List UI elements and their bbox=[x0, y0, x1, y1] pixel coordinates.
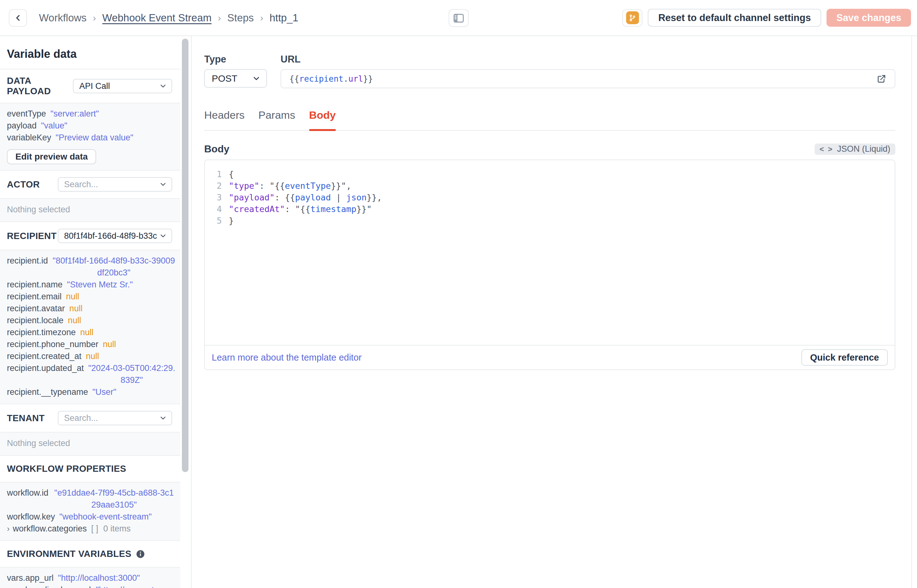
code-text: "payload": {{payload | json}}, bbox=[229, 192, 382, 203]
field-value: "https://account-assets.knock.app/42d161… bbox=[95, 584, 175, 588]
body-section-header: Body < > JSON (Liquid) bbox=[204, 143, 895, 155]
breadcrumb-item: http_1 bbox=[270, 12, 299, 24]
field-key: recipient.timezone bbox=[7, 326, 76, 338]
tab-params[interactable]: Params bbox=[258, 109, 295, 130]
learn-more-link[interactable]: Learn more about the template editor bbox=[212, 352, 362, 363]
tab-body[interactable]: Body bbox=[309, 109, 336, 130]
tenant-search-select[interactable]: Search... bbox=[58, 411, 172, 425]
field-value: null bbox=[68, 314, 81, 326]
actor-search-select[interactable]: Search... bbox=[58, 177, 172, 192]
field-row: variableKey"Preview data value" bbox=[7, 132, 175, 144]
tab-headers[interactable]: Headers bbox=[204, 109, 245, 130]
token: url bbox=[349, 74, 363, 84]
field-key: recipient.__typename bbox=[7, 386, 88, 398]
commit-changes-button[interactable] bbox=[622, 9, 643, 27]
sidebar-toggle-button[interactable] bbox=[449, 9, 469, 27]
code-text: { bbox=[229, 168, 234, 180]
recipient-row: RECIPIENT 80f1f4bf-166d-48f9-b33c bbox=[0, 222, 180, 250]
save-changes-button[interactable]: Save changes bbox=[827, 9, 911, 27]
workflow-fields: workflow.id"e91ddae4-7f99-45cb-a688-3c12… bbox=[7, 487, 175, 535]
field-value: "Steven Metz Sr." bbox=[67, 279, 133, 291]
token: recipient bbox=[299, 74, 343, 84]
quick-reference-button[interactable]: Quick reference bbox=[801, 349, 888, 366]
field-key: payload bbox=[7, 120, 37, 132]
method-select[interactable]: POST bbox=[204, 69, 267, 88]
field-key: workflow.key bbox=[7, 511, 55, 523]
workflow-properties-heading: WORKFLOW PROPERTIES bbox=[0, 456, 180, 482]
chevron-right-icon[interactable]: › bbox=[7, 523, 10, 535]
field-key: recipient.phone_number bbox=[7, 338, 98, 350]
field-value: null bbox=[80, 326, 93, 338]
back-button[interactable] bbox=[9, 9, 27, 27]
field-value: "80f1f4bf-166d-48f9-b33c-39009df20bc3" bbox=[52, 255, 175, 279]
field-row: recipient.phone_numbernull bbox=[7, 338, 175, 350]
recipient-fields: recipient.id"80f1f4bf-166d-48f9-b33c-390… bbox=[7, 255, 175, 398]
code-line: 5} bbox=[205, 215, 895, 226]
field-key: recipient.updated_at bbox=[7, 362, 84, 374]
field-value: "webhook-event-stream" bbox=[60, 511, 152, 523]
topbar-actions: Reset to default channel settings Save c… bbox=[622, 9, 911, 27]
reset-channel-settings-button[interactable]: Reset to default channel settings bbox=[648, 9, 821, 27]
tenant-row: TENANT Search... bbox=[0, 404, 180, 432]
recipient-fields-block: recipient.id"80f1f4bf-166d-48f9-b33c-390… bbox=[0, 250, 180, 404]
field-value: "User" bbox=[92, 386, 116, 398]
data-payload-select[interactable]: API Call bbox=[73, 79, 172, 93]
field-key: variableKey bbox=[7, 132, 51, 144]
breadcrumb-separator: › bbox=[260, 13, 263, 23]
code-editor[interactable]: 1{2"type": "{{eventType}}",3"payload": {… bbox=[205, 160, 895, 345]
chevron-down-icon bbox=[159, 82, 167, 90]
template-editor-card: 1{2"type": "{{eventType}}",3"payload": {… bbox=[204, 160, 895, 370]
line-number: 3 bbox=[205, 192, 229, 203]
info-icon[interactable] bbox=[136, 549, 145, 559]
field-row: recipient.emailnull bbox=[7, 291, 175, 302]
chevron-down-icon bbox=[159, 232, 167, 240]
url-input[interactable]: {{recipient.url}} bbox=[281, 69, 895, 88]
main-scroll-gutter bbox=[911, 36, 912, 588]
field-key: vars.app_url bbox=[7, 572, 54, 584]
code-text: } bbox=[229, 215, 234, 226]
field-row: recipient.id"80f1f4bf-166d-48f9-b33c-390… bbox=[7, 255, 175, 279]
data-payload-row: DATA PAYLOAD API Call bbox=[0, 69, 180, 103]
field-key: recipient.created_at bbox=[7, 350, 81, 362]
recipient-select[interactable]: 80f1f4bf-166d-48f9-b33c bbox=[58, 229, 172, 243]
field-row: vars.app_url"http://localhost:3000" bbox=[7, 572, 175, 584]
field-key: workflow.id bbox=[7, 487, 48, 499]
line-number: 2 bbox=[205, 180, 229, 192]
request-config-row: Type POST URL {{recipient.url}} bbox=[204, 54, 895, 88]
code-line: 3"payload": {{payload | json}}, bbox=[205, 192, 895, 203]
open-url-button[interactable] bbox=[873, 72, 890, 86]
field-value: "e91ddae4-7f99-45cb-a688-3c129aae3105" bbox=[53, 487, 175, 511]
field-value: null bbox=[86, 350, 99, 362]
field-extra: 0 items bbox=[103, 523, 131, 535]
code-text: "createdAt": "{{timestamp}}" bbox=[229, 203, 371, 215]
actor-row: ACTOR Search... bbox=[0, 171, 180, 198]
env-fields-block: vars.app_url"http://localhost:3000"vars.… bbox=[0, 567, 180, 588]
request-editor-panel: Type POST URL {{recipient.url}} Hea bbox=[192, 36, 917, 588]
field-row: recipient.avatarnull bbox=[7, 302, 175, 314]
token: . bbox=[343, 74, 349, 84]
field-key: recipient.email bbox=[7, 291, 61, 302]
tenant-empty-text: Nothing selected bbox=[7, 437, 175, 449]
field-row: recipient.timezonenull bbox=[7, 326, 175, 338]
field-value: null bbox=[69, 302, 82, 314]
field-key: recipient.name bbox=[7, 279, 63, 291]
field-value: null bbox=[103, 338, 116, 350]
payload-preview-block: eventType"server:alert"payload"value"var… bbox=[0, 103, 180, 171]
field-key: recipient.id bbox=[7, 255, 48, 267]
field-key: eventType bbox=[7, 108, 46, 120]
breadcrumb-item[interactable]: Webhook Event Stream bbox=[102, 12, 212, 24]
code-line: 2"type": "{{eventType}}", bbox=[205, 180, 895, 192]
edit-preview-data-button[interactable]: Edit preview data bbox=[7, 149, 96, 164]
field-key: recipient.avatar bbox=[7, 302, 65, 314]
sidebar-scrollbar[interactable] bbox=[182, 39, 189, 472]
editor-footer: Learn more about the template editor Qui… bbox=[205, 345, 895, 369]
actor-label: ACTOR bbox=[7, 179, 40, 190]
url-label: URL bbox=[281, 54, 895, 65]
field-key: vars.branding.logo_url bbox=[7, 584, 91, 588]
breadcrumb-item: Workflows bbox=[39, 12, 87, 24]
code-line: 4"createdAt": "{{timestamp}}" bbox=[205, 203, 895, 215]
tenant-empty-block: Nothing selected bbox=[0, 432, 180, 456]
line-number: 5 bbox=[205, 215, 229, 226]
line-number: 4 bbox=[205, 203, 229, 215]
field-row: recipient.name"Steven Metz Sr." bbox=[7, 279, 175, 291]
